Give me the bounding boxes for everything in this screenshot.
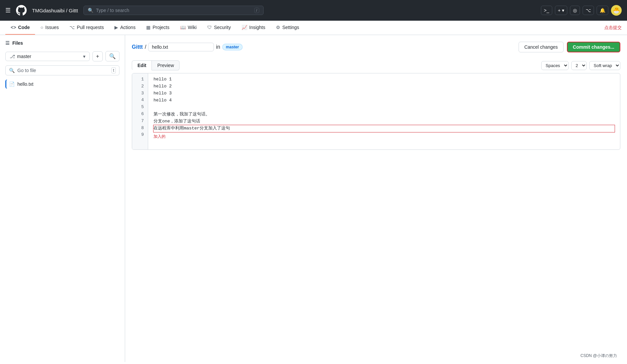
tab-issues[interactable]: ○ Issues [35,21,64,35]
repo-name-link[interactable]: Gittt [69,8,78,13]
line-num-9: 9 [132,131,148,138]
file-search-container[interactable]: 🔍 t [5,65,119,75]
pr-icon: ⌥ [69,25,75,30]
editor-toolbar: Edit Preview Spaces Tabs 2 4 Soft wrap N… [132,58,620,73]
filename-input[interactable] [148,43,214,51]
terminal-button[interactable]: >_ [541,6,552,15]
line-num-6: 6 [132,111,148,118]
line-num-7: 7 [132,118,148,125]
hamburger-menu[interactable]: ☰ [5,7,11,14]
sidebar-title: Files [12,40,23,46]
repo-title: TMGdashuaibi / Gittt [32,8,78,13]
soft-wrap-select[interactable]: Soft wrap No wrap [589,61,620,70]
chevron-down-icon: ▾ [83,54,85,59]
top-nav: ☰ TMGdashuaibi / Gittt 🔍 / >_ + ▾ ◎ ⌥ 🔔 … [0,0,627,21]
plus-arrow-icon: ▾ [562,8,564,13]
tab-actions[interactable]: ▶ Actions [109,21,141,35]
search-bar[interactable]: 🔍 / [83,6,264,15]
insights-icon: 📈 [242,25,247,30]
code-content: 1 2 3 4 5 6 7 8 9 hello 1 hello 2 hello … [132,73,620,149]
tab-security-label: Security [214,25,231,30]
tab-pr-label: Pull requests [77,25,104,30]
cancel-changes-button[interactable]: Cancel changes [519,42,563,52]
spaces-select[interactable]: Spaces Tabs [541,61,569,70]
file-item-hello-txt[interactable]: 📄 hello.txt [5,79,119,89]
search-icon: 🔍 [9,68,15,73]
go-to-file-shortcut: t [111,67,116,73]
line-num-4: 4 [132,97,148,104]
tab-pull-requests[interactable]: ⌥ Pull requests [64,21,109,35]
pull-requests-nav-button[interactable]: ⌥ [583,6,594,15]
settings-icon: ⚙ [276,25,280,30]
code-line-7: 分支one，添加了这句话 [153,118,615,125]
create-button[interactable]: + ▾ [555,6,567,15]
tab-security[interactable]: 🛡 Security [202,21,236,35]
in-label: in [216,44,220,50]
submit-hint[interactable]: 点击提交 [604,25,622,31]
tab-projects-label: Projects [152,25,170,30]
issues-icon: ○ [40,25,43,30]
line-num-2: 2 [132,83,148,90]
tab-insights-label: Insights [249,25,265,30]
sidebar: ☰ Files ⎇ master ▾ + 🔍 🔍 t 📄 hello.txt [0,35,125,362]
wiki-icon: 📖 [180,25,186,30]
breadcrumb: Gittt / in master [132,43,243,51]
code-icon: <> [11,25,16,30]
file-name: hello.txt [17,81,33,87]
code-line-3: hello 3 [153,90,615,97]
line-num-8: 8 [132,125,148,132]
code-editor: 1 2 3 4 5 6 7 8 9 hello 1 hello 2 hello … [132,73,620,150]
annotation-box: 加入的 [153,133,615,140]
tab-settings[interactable]: ⚙ Settings [271,21,305,35]
tab-preview[interactable]: Preview [152,60,180,70]
code-line-5 [153,104,615,111]
branch-dropdown[interactable]: ⎇ master ▾ [5,52,90,61]
actions-icon: ▶ [114,25,118,30]
code-line-1: hello 1 [153,76,615,83]
branch-selector: ⎇ master ▾ + 🔍 [5,51,119,61]
tab-wiki[interactable]: 📖 Wiki [175,21,202,35]
go-to-file-input[interactable] [17,68,109,73]
tab-code[interactable]: <> Code [5,21,35,35]
search-input[interactable] [96,8,252,13]
editor-area: Gittt / in master Cancel changes Commit … [125,35,627,362]
search-files-button[interactable]: 🔍 [105,51,119,61]
tab-issues-label: Issues [45,25,59,30]
line-numbers: 1 2 3 4 5 6 7 8 9 [132,73,148,149]
line-num-3: 3 [132,90,148,97]
inbox-button[interactable]: 🔔 [597,6,608,15]
tab-insights[interactable]: 📈 Insights [236,21,271,35]
plus-icon: + [558,8,561,13]
edit-preview-tabs: Edit Preview [132,60,180,70]
repo-nav: <> Code ○ Issues ⌥ Pull requests ▶ Actio… [0,21,627,35]
tab-projects[interactable]: ▦ Projects [141,21,175,35]
tab-actions-label: Actions [120,25,135,30]
line-num-1: 1 [132,76,148,83]
code-lines[interactable]: hello 1 hello 2 hello 3 hello 4 第一次修改，我加… [148,73,620,149]
indent-select[interactable]: 2 4 [571,61,587,70]
sidebar-header: ☰ Files [5,40,119,46]
avatar[interactable]: 🐣 [611,5,622,16]
tab-edit[interactable]: Edit [132,60,152,70]
file-list: 📄 hello.txt [5,79,119,89]
breadcrumb-separator: / [145,44,146,50]
github-logo [16,5,27,16]
search-icon: 🔍 [88,8,93,13]
editor-actions: Cancel changes Commit changes... [519,42,620,52]
code-line-9 [153,140,615,147]
breadcrumb-repo-link[interactable]: Gittt [132,44,143,50]
title-separator: / [66,8,67,13]
copilot-button[interactable]: ◎ [570,6,580,15]
code-line-4: hello 4 [153,97,615,104]
editor-header: Gittt / in master Cancel changes Commit … [132,42,620,52]
add-file-button[interactable]: + [92,51,103,61]
tab-wiki-label: Wiki [188,25,197,30]
branch-badge: master [222,44,243,50]
code-line-8: 在远程库中利用master分支加入了这句 [153,125,615,132]
repo-owner-link[interactable]: TMGdashuaibi [32,8,65,13]
branch-name: master [17,54,31,59]
security-icon: 🛡 [207,25,212,30]
code-line-6: 第一次修改，我加了这句话。 [153,111,615,118]
commit-changes-button[interactable]: Commit changes... [567,42,620,52]
branch-icon: ⎇ [10,54,15,59]
